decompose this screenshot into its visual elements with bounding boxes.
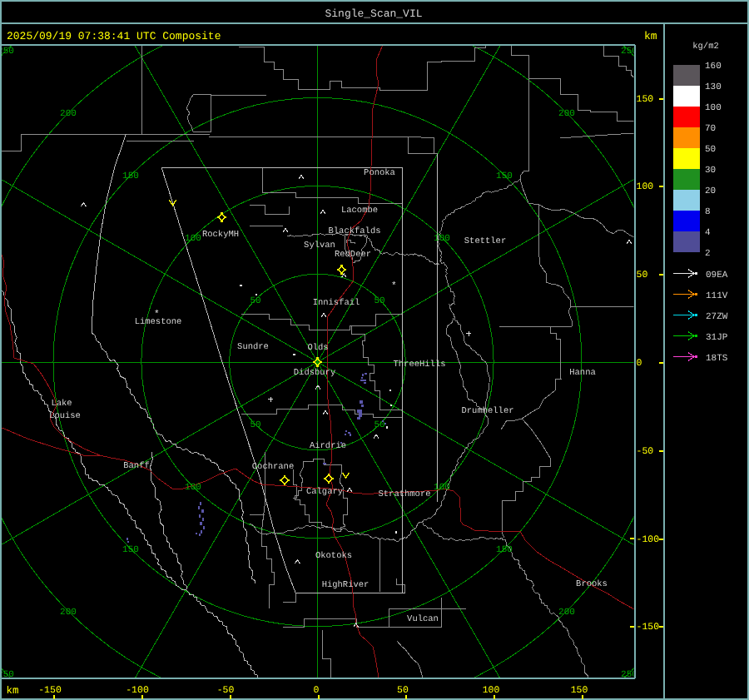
- svg-text:100: 100: [185, 483, 201, 493]
- svg-text:-150: -150: [38, 685, 62, 696]
- svg-text:Louise: Louise: [49, 411, 81, 421]
- svg-text:100: 100: [483, 685, 500, 696]
- svg-text:100: 100: [705, 103, 722, 113]
- svg-text:-100: -100: [637, 534, 660, 545]
- svg-text:Vulcan: Vulcan: [407, 614, 439, 624]
- svg-text:Airdrie: Airdrie: [310, 441, 346, 451]
- svg-text:20: 20: [705, 186, 716, 196]
- svg-text:150: 150: [496, 545, 513, 555]
- svg-text:RedDeer: RedDeer: [335, 250, 371, 260]
- svg-text:2: 2: [705, 249, 711, 259]
- svg-text:200: 200: [558, 608, 575, 618]
- svg-text:50: 50: [637, 270, 648, 280]
- svg-text:250: 250: [0, 47, 14, 57]
- svg-text:km: km: [7, 685, 19, 697]
- svg-text:Sylvan: Sylvan: [304, 241, 335, 251]
- svg-text:Strathmore: Strathmore: [378, 489, 430, 499]
- svg-text:27ZW: 27ZW: [706, 312, 728, 322]
- svg-text:HighRiver: HighRiver: [322, 580, 370, 590]
- svg-text:200: 200: [60, 608, 77, 618]
- svg-text:111V: 111V: [706, 291, 728, 301]
- svg-text:50: 50: [397, 685, 409, 696]
- svg-text:-50: -50: [637, 446, 654, 457]
- svg-text:50: 50: [250, 296, 260, 306]
- svg-text:-50: -50: [217, 685, 235, 696]
- svg-text:100: 100: [434, 234, 450, 244]
- svg-text:150: 150: [122, 171, 139, 181]
- svg-text:Olds: Olds: [307, 343, 328, 353]
- svg-text:4: 4: [705, 228, 711, 238]
- svg-text:09EA: 09EA: [706, 271, 728, 280]
- svg-text:Single_Scan_VIL: Single_Scan_VIL: [325, 7, 422, 20]
- svg-text:2025/09/19 07:38:41 UTC Compos: 2025/09/19 07:38:41 UTC Composite: [7, 30, 221, 42]
- svg-text:Lacombe: Lacombe: [341, 206, 378, 216]
- svg-text:Banff: Banff: [123, 461, 150, 471]
- svg-text:Okotoks: Okotoks: [315, 551, 352, 561]
- svg-text:200: 200: [558, 109, 575, 119]
- svg-text:km: km: [644, 30, 657, 42]
- svg-text:Brooks: Brooks: [576, 579, 608, 589]
- svg-text:Hanna: Hanna: [569, 368, 596, 378]
- svg-text:*: *: [391, 281, 397, 291]
- svg-text:30: 30: [705, 166, 716, 176]
- svg-text:Sundre: Sundre: [237, 342, 269, 352]
- svg-text:-100: -100: [126, 685, 149, 696]
- svg-text:200: 200: [60, 109, 77, 119]
- svg-text:31JP: 31JP: [706, 333, 728, 343]
- svg-text:150: 150: [122, 545, 139, 555]
- svg-text:Calgary: Calgary: [306, 487, 343, 497]
- svg-text:Lake: Lake: [51, 399, 72, 409]
- svg-text:0: 0: [314, 685, 320, 696]
- svg-text:kg/m2: kg/m2: [692, 42, 719, 52]
- svg-text:50: 50: [705, 145, 716, 155]
- svg-text:100: 100: [185, 234, 201, 244]
- svg-text:100: 100: [637, 181, 654, 192]
- svg-text:130: 130: [705, 82, 722, 92]
- svg-text:Didsbury: Didsbury: [294, 368, 335, 378]
- svg-text:-150: -150: [637, 622, 660, 633]
- svg-text:*: *: [154, 310, 160, 320]
- svg-text:50: 50: [374, 296, 384, 306]
- svg-text:ThreeHills: ThreeHills: [393, 360, 445, 370]
- svg-text:Stettler: Stettler: [464, 236, 506, 246]
- svg-text:Innisfail: Innisfail: [313, 298, 360, 308]
- svg-text:Ponoka: Ponoka: [364, 168, 395, 178]
- svg-text:70: 70: [705, 124, 716, 134]
- svg-text:50: 50: [250, 420, 260, 430]
- svg-text:150: 150: [637, 94, 654, 105]
- svg-text:RockyMH: RockyMH: [202, 230, 239, 240]
- svg-text:0: 0: [637, 358, 642, 369]
- svg-text:Cochrane: Cochrane: [252, 462, 294, 472]
- svg-text:160: 160: [705, 62, 722, 72]
- svg-text:18TS: 18TS: [706, 354, 728, 364]
- svg-text:150: 150: [496, 171, 513, 181]
- svg-text:Blackfalds: Blackfalds: [328, 226, 380, 236]
- svg-text:Drumheller: Drumheller: [461, 406, 513, 416]
- svg-text:8: 8: [705, 207, 711, 217]
- svg-text:100: 100: [434, 483, 450, 493]
- svg-text:150: 150: [571, 685, 588, 696]
